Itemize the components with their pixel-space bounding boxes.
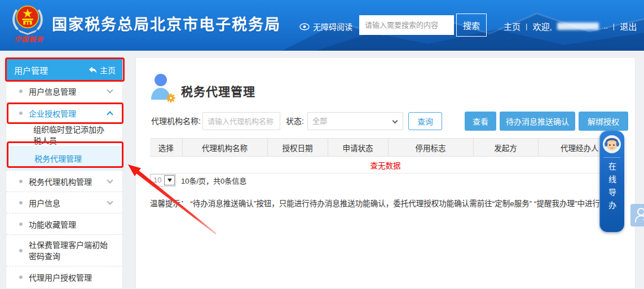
table-empty-row: 查无数据 [150,157,621,174]
header-nav: 主页 | 欢迎, .. | 退出 [504,20,637,32]
sidebar-item-temp-registration-add-personnel[interactable]: 组织临时登记添加办税人员 [6,123,122,146]
reply-arrow-icon [89,66,97,74]
bullet-icon [19,249,23,252]
status-select[interactable]: 全部 [307,112,403,130]
sidebar-item-label: 代理用户授权管理 [29,272,92,283]
sidebar-home-link[interactable]: 主页 [89,64,116,75]
online-guide-label: 在线导办 [608,162,616,214]
col-select: 选择 [150,139,182,157]
status-label: 状态: [286,112,304,130]
sidebar-item-label: 功能收藏管理 [29,219,76,230]
sidebar-item-label: 用户信息管理 [29,86,76,97]
pending-message-push-confirm-button[interactable]: 待办消息推送确认 [500,112,575,131]
sidebar-item-favorites-management[interactable]: 功能收藏管理 [6,213,122,234]
header-search-button[interactable]: 搜索 [456,14,487,37]
masked-username [557,23,599,30]
sidebar-item-agent-user-authorization[interactable]: 代理用户授权管理 [6,266,122,287]
agency-name-label: 代理机构名称: [151,112,201,130]
service-avatar-icon [602,135,621,154]
main-panel: 税务代理管理 代理机构名称: 状态: 全部 查询 查看 待办消息推送确认 解绑授… [135,58,636,289]
unbind-authorization-button[interactable]: 解绑授权 [579,112,628,131]
col-initiator: 发起方 [473,139,538,157]
sidebar-item-label: 组织临时登记添加办税人员 [33,123,108,146]
page-size-value: 10 [153,176,161,184]
sidebar-home-label: 主页 [100,64,116,75]
header-search-input[interactable] [359,15,454,35]
empty-data-text: 查无数据 [150,157,621,174]
page-size-select[interactable]: 10 [150,174,176,186]
top-header: 中国税务 国家税务总局北京市电子税务局 无障碍阅读 搜索 主页 | 欢迎, ..… [0,0,644,51]
col-agency-name: 代理机构名称 [182,139,267,157]
sidebar-item-label: 社保费管理客户端初始密码查询 [29,239,108,262]
eye-icon [299,23,310,30]
select-arrow-icon[interactable] [164,175,175,185]
chevron-down-icon [107,87,113,93]
col-apply-status: 申请状态 [328,139,388,157]
sidebar-header-user-management[interactable]: 用户管理 主页 [6,59,122,81]
warm-tip-text: 温馨提示： “待办消息推送确认”按钮，只能进行待办消息推送功能确认，委托代理授权… [150,198,619,210]
sidebar-header-title: 用户管理 [14,64,48,76]
pagination-summary: 10条/页，共0条信息 [181,175,246,186]
sidebar-item-label: 税务代理管理 [34,153,82,164]
bullet-icon [19,112,23,115]
bullet-icon [19,180,23,183]
chevron-up-icon [107,111,113,117]
logo-caption: 中国税务 [7,34,51,43]
chevron-down-icon [107,198,113,204]
sidebar-item-enterprise-authorization[interactable]: 企业授权管理 [6,102,122,123]
agency-name-input[interactable] [202,112,280,130]
divider [603,157,620,158]
sidebar-item-tax-agency-org-management[interactable]: 税务代理机构管理 [6,170,122,192]
page-title: 税务代理管理 [181,82,255,99]
accessibility-reading-link[interactable]: 无障碍阅读 [299,21,352,32]
chevron-down-icon [107,177,113,183]
bullet-icon [19,90,23,93]
bullet-icon [19,223,23,226]
accessibility-label: 无障碍阅读 [313,21,352,32]
sidebar-item-user-info-management[interactable]: 用户信息管理 [6,81,122,102]
chevron-down-icon [392,118,398,124]
sidebar-item-tax-agency-management[interactable]: 税务代理管理 [6,146,122,170]
tax-bureau-emblem-icon [11,2,44,35]
status-selected-value: 全部 [312,117,327,125]
nav-divider: | [613,22,615,30]
table-header-row: 选择 代理机构名称 授权日期 申请状态 停用标志 发起方 代理经办人 [150,139,621,157]
person-star-icon [634,207,644,223]
sidebar-item-user-info[interactable]: 用户信息 [6,192,122,213]
sidebar-item-social-insurance-initial-password[interactable]: 社保费管理客户端初始密码查询 [6,234,122,266]
username-ellipsis: .. [604,22,608,30]
welcome-label: 欢迎, [532,20,552,32]
view-button[interactable]: 查看 [465,112,496,131]
col-auth-date: 授权日期 [267,139,328,157]
bullet-icon [19,275,23,279]
bullet-icon [19,201,23,204]
home-link[interactable]: 主页 [504,20,521,32]
logout-link[interactable]: 退出 [620,20,637,32]
sidebar: 用户管理 主页 用户信息管理 企业授权管理 组织临时登记添加办税人员 税务代理管… [6,59,123,289]
sidebar-item-label: 企业授权管理 [29,108,76,119]
person-star-floating-button[interactable] [630,204,644,226]
online-guide-widget[interactable]: 在线导办 [599,131,624,232]
pagination: 10 10条/页，共0条信息 [150,174,246,186]
col-disable-flag: 停用标志 [388,139,473,157]
nav-divider: | [526,22,527,30]
sidebar-item-label: 用户信息 [29,197,60,208]
person-gear-icon [150,73,176,103]
site-title: 国家税务总局北京市电子税务局 [52,0,281,50]
sidebar-item-label: 税务代理机构管理 [29,176,92,187]
agency-table: 选择 代理机构名称 授权日期 申请状态 停用标志 发起方 代理经办人 查无数据 [150,138,621,174]
query-button[interactable]: 查询 [408,112,442,130]
